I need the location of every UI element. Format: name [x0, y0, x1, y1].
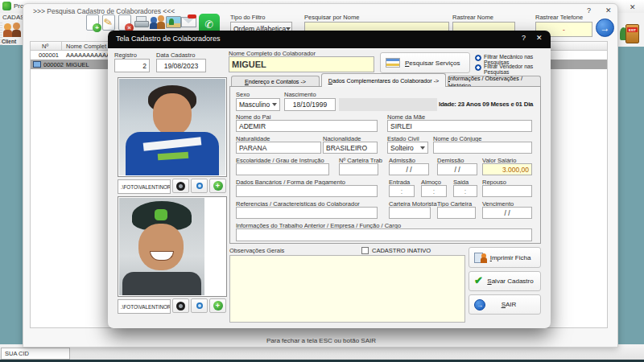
person-b-icon [13, 23, 20, 30]
col-divider [61, 42, 62, 50]
admissao-field[interactable]: / / [389, 163, 429, 175]
person-a-body [3, 30, 12, 37]
edit-record-button[interactable]: ✎ [102, 14, 115, 31]
search-help-button[interactable]: ? [587, 6, 591, 14]
zoom-photo-bottom-button[interactable] [191, 298, 208, 313]
col-num-header[interactable]: Nº [42, 43, 48, 50]
nome-pai-input[interactable]: ADEMIR [236, 120, 378, 132]
photo-path-top-input[interactable]: .\FOTO\VALENTINOROSSI. [118, 179, 171, 194]
conjuge-input[interactable] [433, 142, 532, 154]
nome-mae-input[interactable]: SIRLEI [387, 120, 532, 132]
naturalidade-input[interactable]: PARANA [236, 142, 321, 154]
exit-arrow-icon: → [474, 299, 485, 311]
nascimento-value: 18/10/1999 [293, 101, 328, 109]
plus-icon: + [93, 23, 101, 32]
salvar-cadastro-label: Salvar Cadastro [476, 278, 533, 285]
palm-tree-icon [169, 19, 174, 25]
search-close-button[interactable]: ✕ [605, 6, 612, 14]
email-tag [188, 14, 196, 19]
vacation-button[interactable] [166, 16, 181, 28]
imprimir-ficha-button[interactable]: Imprimir Ficha [469, 247, 541, 268]
nome-pai-value: ADEMIR [239, 122, 266, 130]
chevron-down-icon [272, 103, 277, 106]
dialog-help-button[interactable]: ? [522, 34, 526, 42]
delete-record-button[interactable]: × [118, 14, 131, 31]
employee-photo-1 [119, 79, 225, 175]
capture-photo-bottom-button[interactable] [172, 298, 189, 313]
dialog-close-button[interactable]: ✕ [536, 34, 543, 42]
photo2-shirt [122, 272, 201, 295]
carteira-motorista-input[interactable] [389, 207, 431, 219]
escolaridade-input[interactable] [236, 163, 329, 175]
load-photo-top-button[interactable]: + [209, 179, 226, 193]
statusbar-city-cell: SUA CID [1, 348, 70, 360]
vencimento-field[interactable]: / / [482, 207, 532, 219]
observacoes-label: Observações Gerais [229, 247, 284, 254]
whatsapp-icon: ✆ [205, 19, 214, 31]
photo-frame-bottom [118, 196, 227, 297]
entrada-field[interactable]: : [389, 185, 415, 197]
valor-salario-field[interactable]: 3.000,00 [482, 163, 532, 175]
admissao-value: / / [406, 166, 411, 174]
email-button[interactable] [181, 17, 196, 27]
dados-bancarios-input[interactable] [236, 185, 378, 197]
radio-filtrar-mecanico[interactable] [475, 55, 481, 61]
search-status-text: Para fechar a tela ESC ou botão SAIR [23, 337, 619, 344]
estado-civil-select[interactable]: Solteiro [387, 142, 428, 154]
print-button[interactable] [134, 16, 149, 30]
user-orange-icon [158, 15, 164, 22]
check-icon: ✔ [474, 274, 483, 286]
referencias-input[interactable] [236, 207, 378, 219]
data-cadastro-label: Data Cadastro [156, 51, 195, 59]
almoco-field[interactable]: : [421, 185, 447, 197]
row-num: 000001 [39, 51, 59, 59]
dialog-titlebar[interactable]: Tela Cadastro de Colaboradores ? ✕ [108, 31, 551, 48]
entrada-value: : [401, 187, 402, 195]
sair-label: SAIR [493, 301, 517, 308]
cadastro-inativo-checkbox[interactable] [361, 247, 369, 254]
sexo-select[interactable]: Masculino [236, 98, 280, 111]
search-go-button[interactable]: → [596, 19, 614, 37]
carteira-trab-input[interactable] [339, 163, 378, 175]
nacionalidade-input[interactable]: BRASILEIRO [323, 142, 378, 154]
sexo-value: Masculino [239, 101, 270, 109]
tipo-carteira-input[interactable] [437, 207, 476, 219]
services-list-icon [386, 58, 400, 68]
photo-path-bottom-input[interactable]: .\FOTO\VALENTINOROSSI. [118, 299, 171, 314]
desktop-left [0, 45, 23, 346]
new-record-button[interactable]: + [86, 14, 99, 31]
tab-endereco-contatos[interactable]: Endereço e Contatos -> [231, 76, 320, 87]
tab-informacoes-historico[interactable]: Informações / Observações / Histórico [448, 76, 541, 87]
exit-door-icon[interactable]: EXIT [620, 23, 641, 45]
pesquisar-servicos-button[interactable]: Pesquisar Serviços [380, 52, 470, 73]
salvar-cadastro-button[interactable]: ✔ Salvar Cadastro [469, 271, 541, 291]
track-phone-value: - [563, 26, 565, 34]
app-logo-icon [2, 2, 11, 10]
capture-photo-top-button[interactable] [172, 179, 189, 193]
col-name-header[interactable]: Nome Complet [66, 43, 106, 50]
demissao-field[interactable]: / / [437, 163, 477, 175]
pesquisar-servicos-label: Pesquisar Serviços [405, 60, 460, 67]
radio-filtrar-vendedor[interactable] [475, 64, 481, 71]
zoom-photo-top-button[interactable] [191, 179, 208, 193]
data-cadastro-field[interactable]: 19/08/2023 [156, 59, 206, 72]
monitor-icon [33, 61, 41, 68]
clients-icon[interactable] [3, 22, 23, 38]
nome-completo-input[interactable]: MIGUEL [229, 56, 374, 72]
exit-sign: EXIT [627, 27, 638, 32]
main-close-icon[interactable]: ✕ [630, 3, 636, 11]
trabalho-anterior-input[interactable] [236, 228, 532, 241]
observacoes-textarea[interactable] [229, 255, 465, 323]
print-person-icon [474, 252, 487, 264]
photo2-face [138, 224, 184, 270]
registro-field: 2 [114, 59, 150, 72]
tab-dados-complementares[interactable]: Dados Complementares do Colaborador -> [321, 73, 446, 87]
nascimento-field[interactable]: 18/10/1999 [284, 98, 336, 111]
sair-button[interactable]: → SAIR [469, 294, 541, 315]
repouso-input[interactable] [482, 185, 532, 197]
load-photo-bottom-button[interactable]: + [209, 298, 226, 313]
export-users-button[interactable] [151, 15, 165, 31]
saida-field[interactable]: : [453, 185, 477, 197]
main-menu-cadastros[interactable]: CADAS [2, 14, 25, 21]
desktop-right [618, 47, 644, 344]
